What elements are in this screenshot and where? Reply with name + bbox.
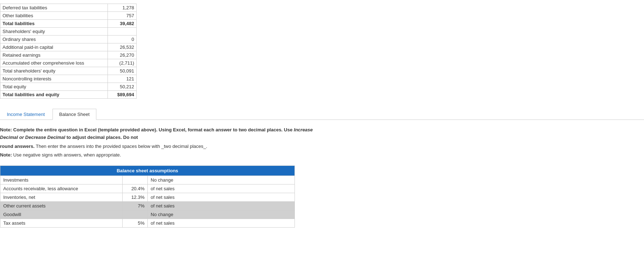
- instruction-line3: round answers. Then enter the answers in…: [0, 143, 324, 150]
- assumption-description: of net sales: [148, 193, 295, 202]
- assumption-label: Accounts receivable, less allowance: [0, 184, 123, 193]
- row-label: Total shareholders' equity: [0, 67, 108, 75]
- assumption-row: Tax assets5%of net sales: [0, 219, 295, 228]
- assumption-value: 7%: [123, 202, 148, 210]
- table-row: Additional paid-in capital26,532: [0, 43, 137, 51]
- row-value: 757: [108, 12, 137, 20]
- assumption-value: [123, 176, 148, 184]
- row-value: 26,270: [108, 51, 137, 59]
- table-row: Total shareholders' equity50,091: [0, 67, 137, 75]
- row-label: Deferred tax liabilities: [0, 4, 108, 12]
- assumption-row: Other current assets7%of net sales: [0, 202, 295, 210]
- row-label: Noncontrolling interests: [0, 75, 108, 83]
- row-label: Shareholders' equity: [0, 28, 108, 36]
- top-financial-table: Deferred tax liabilities1,278Other liabi…: [0, 4, 137, 99]
- row-label: Additional paid-in capital: [0, 43, 108, 51]
- table-row: Deferred tax liabilities1,278: [0, 4, 137, 12]
- assumption-description: No change: [148, 210, 295, 219]
- assumption-value: 5%: [123, 219, 148, 228]
- table-row: Shareholders' equity: [0, 28, 137, 36]
- row-value: $89,694: [108, 91, 137, 99]
- row-label: Other liabilities: [0, 12, 108, 20]
- row-label: Ordinary shares: [0, 36, 108, 43]
- row-label: Total liabilities and equity: [0, 91, 108, 99]
- row-label: Retained earnings: [0, 51, 108, 59]
- row-label: Total equity: [0, 83, 108, 91]
- assumption-label: Other current assets: [0, 202, 123, 210]
- row-value: 50,212: [108, 83, 137, 91]
- instruction-line2: Note: Complete the entire question in Ex…: [0, 126, 324, 141]
- assumption-row: InvestmentsNo change: [0, 176, 295, 184]
- assumption-value: 12.3%: [123, 193, 148, 202]
- assumption-description: No change: [148, 176, 295, 184]
- assumption-row: Inventories, net12.3%of net sales: [0, 193, 295, 202]
- tab-income-statement[interactable]: Income Statement: [0, 109, 52, 120]
- row-value: 0: [108, 36, 137, 43]
- assumptions-header-row: Balance sheet assumptions: [0, 166, 295, 176]
- table-row: Ordinary shares0: [0, 36, 137, 43]
- assumption-description: of net sales: [148, 219, 295, 228]
- assumption-row: GoodwillNo change: [0, 210, 295, 219]
- table-row: Accumulated other comprehensive loss(2,7…: [0, 59, 137, 67]
- table-row: Total liabilities and equity$89,694: [0, 91, 137, 99]
- adjust-text: to adjust decimal places. Do not: [65, 135, 138, 140]
- assumption-label: Tax assets: [0, 219, 123, 228]
- table-row: Total equity50,212: [0, 83, 137, 91]
- balance-sheet-table: Deferred tax liabilities1,278Other liabi…: [0, 4, 137, 99]
- assumption-label: Investments: [0, 176, 123, 184]
- row-value: 26,532: [108, 43, 137, 51]
- table-row: Retained earnings26,270: [0, 51, 137, 59]
- assumption-value: 20.4%: [123, 184, 148, 193]
- assumptions-container: Balance sheet assumptionsInvestmentsNo c…: [0, 165, 295, 228]
- table-row: Other liabilities757: [0, 12, 137, 20]
- tabs-container: Income StatementBalance Sheet: [0, 109, 644, 120]
- row-value: 121: [108, 75, 137, 83]
- assumption-label: Inventories, net: [0, 193, 123, 202]
- instruction-line4: Note: Use negative signs with answers, w…: [0, 151, 324, 159]
- assumption-description: of net sales: [148, 184, 295, 193]
- row-label: Accumulated other comprehensive loss: [0, 59, 108, 67]
- assumption-description: of net sales: [148, 202, 295, 210]
- row-value: 1,278: [108, 4, 137, 12]
- assumption-row: Accounts receivable, less allowance20.4%…: [0, 184, 295, 193]
- row-value: [108, 28, 137, 36]
- note-bold: Note: Complete the entire question in Ex…: [0, 127, 294, 132]
- assumption-value: [123, 210, 148, 219]
- instructions-section: Note: Complete the entire question in Ex…: [0, 126, 324, 159]
- row-value: (2,711): [108, 59, 137, 67]
- row-value: 39,482: [108, 20, 137, 28]
- note2-bold: Note:: [0, 152, 12, 158]
- table-row: Noncontrolling interests121: [0, 75, 137, 83]
- assumptions-table: Balance sheet assumptionsInvestmentsNo c…: [0, 165, 295, 228]
- assumption-label: Goodwill: [0, 210, 123, 219]
- assumptions-header-label: Balance sheet assumptions: [0, 166, 295, 176]
- tab-balance-sheet[interactable]: Balance Sheet: [52, 109, 97, 120]
- round-text: round answers.: [0, 144, 35, 149]
- row-label: Total liabilities: [0, 20, 108, 28]
- table-row: Total liabilities39,482: [0, 20, 137, 28]
- row-value: 50,091: [108, 67, 137, 75]
